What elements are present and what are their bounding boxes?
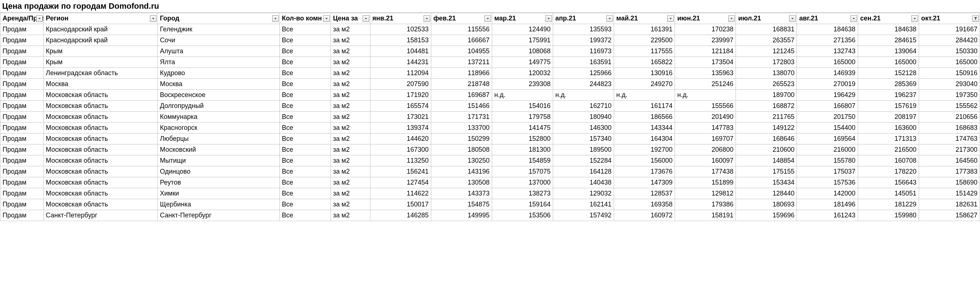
cell-value[interactable]: 173021 xyxy=(370,111,431,122)
cell-value[interactable]: 137211 xyxy=(431,57,492,68)
cell-value[interactable]: 157536 xyxy=(797,177,858,188)
cell-value[interactable]: 168872 xyxy=(736,101,797,111)
cell-value[interactable]: 102533 xyxy=(370,24,431,35)
cell-value[interactable]: 163600 xyxy=(858,122,919,133)
col-month-4[interactable]: май.21 xyxy=(614,13,675,24)
cell-value[interactable]: 129812 xyxy=(675,188,736,199)
col-month-4-filter[interactable] xyxy=(667,15,674,22)
cell-region[interactable]: Московская область xyxy=(43,188,158,199)
cell-value[interactable]: 166807 xyxy=(797,101,858,111)
col-city[interactable]: Город xyxy=(158,13,280,24)
cell-region[interactable]: Московская область xyxy=(43,90,158,101)
cell-value[interactable]: 129032 xyxy=(553,188,614,199)
col-month-0[interactable]: янв.21 xyxy=(370,13,431,24)
cell-value[interactable]: 177438 xyxy=(675,166,736,177)
cell-value[interactable]: 170238 xyxy=(675,24,736,35)
cell-rooms[interactable]: Все xyxy=(280,156,331,166)
cell-value[interactable]: 146939 xyxy=(797,68,858,79)
cell-value[interactable]: 145051 xyxy=(858,188,919,199)
cell-value[interactable]: 154859 xyxy=(492,156,553,166)
cell-value[interactable]: 201490 xyxy=(675,111,736,122)
cell-value[interactable]: 206800 xyxy=(675,145,736,156)
cell-value[interactable]: 135593 xyxy=(553,24,614,35)
cell-city[interactable]: Мытищи xyxy=(158,156,280,166)
cell-value[interactable]: 155562 xyxy=(919,101,980,111)
cell-value[interactable]: 149122 xyxy=(736,122,797,133)
cell-region[interactable]: Московская область xyxy=(43,166,158,177)
cell-value[interactable]: 153434 xyxy=(736,177,797,188)
cell-value[interactable]: 201750 xyxy=(797,111,858,122)
cell-city[interactable]: Геленджик xyxy=(158,24,280,35)
cell-value[interactable]: 165574 xyxy=(370,101,431,111)
cell-region[interactable]: Москва xyxy=(43,79,158,90)
cell-value[interactable]: 143373 xyxy=(431,188,492,199)
cell-type[interactable]: Продам xyxy=(0,166,44,177)
cell-value[interactable]: 144231 xyxy=(370,57,431,68)
cell-value[interactable]: 168646 xyxy=(736,133,797,145)
cell-value[interactable]: 158191 xyxy=(675,210,736,221)
cell-value[interactable]: 148854 xyxy=(736,156,797,166)
cell-value[interactable]: 197350 xyxy=(919,90,980,101)
cell-value[interactable]: 143344 xyxy=(614,122,675,133)
cell-value[interactable]: 156643 xyxy=(858,177,919,188)
cell-value[interactable]: 158153 xyxy=(370,35,431,46)
col-month-0-filter[interactable] xyxy=(423,15,430,22)
col-type[interactable]: Аренда/Прод xyxy=(0,13,44,24)
cell-value[interactable]: 179386 xyxy=(675,199,736,210)
cell-rooms[interactable]: Все xyxy=(280,79,331,90)
cell-value[interactable]: 143196 xyxy=(431,166,492,177)
cell-value[interactable]: 285369 xyxy=(858,79,919,90)
cell-type[interactable]: Продам xyxy=(0,68,44,79)
cell-value[interactable]: 165000 xyxy=(919,57,980,68)
cell-value[interactable]: 164560 xyxy=(919,156,980,166)
cell-value[interactable]: 162710 xyxy=(553,101,614,111)
cell-rooms[interactable]: Все xyxy=(280,177,331,188)
cell-value[interactable]: 108068 xyxy=(492,46,553,57)
cell-value[interactable]: 239997 xyxy=(675,35,736,46)
cell-value[interactable]: 150916 xyxy=(919,68,980,79)
cell-value[interactable]: 161174 xyxy=(614,101,675,111)
cell-value[interactable]: 147309 xyxy=(614,177,675,188)
cell-value[interactable]: 113250 xyxy=(370,156,431,166)
cell-value[interactable]: 239308 xyxy=(492,79,553,90)
cell-value[interactable]: 218748 xyxy=(431,79,492,90)
cell-region[interactable]: Московская область xyxy=(43,177,158,188)
cell-value[interactable]: 164128 xyxy=(553,166,614,177)
col-region[interactable]: Регион xyxy=(43,13,158,24)
cell-rooms[interactable]: Все xyxy=(280,68,331,79)
cell-value[interactable]: 149775 xyxy=(492,57,553,68)
cell-value[interactable]: 151899 xyxy=(675,177,736,188)
col-month-9-filter[interactable] xyxy=(972,15,979,22)
cell-value[interactable]: 177383 xyxy=(919,166,980,177)
cell-type[interactable]: Продам xyxy=(0,188,44,199)
cell-value[interactable]: 172803 xyxy=(736,57,797,68)
col-region-filter[interactable] xyxy=(150,15,156,22)
cell-city[interactable]: Коммунарка xyxy=(158,111,280,122)
cell-value[interactable]: 181229 xyxy=(858,199,919,210)
cell-city[interactable]: Одинцово xyxy=(158,166,280,177)
cell-value[interactable]: 121245 xyxy=(736,46,797,57)
cell-type[interactable]: Продам xyxy=(0,79,44,90)
cell-per[interactable]: за м2 xyxy=(331,156,370,166)
cell-type[interactable]: Продам xyxy=(0,133,44,145)
cell-value[interactable]: 229500 xyxy=(614,35,675,46)
col-month-2-filter[interactable] xyxy=(546,15,552,22)
cell-value[interactable]: 152284 xyxy=(553,156,614,166)
cell-value[interactable]: 115556 xyxy=(431,24,492,35)
col-month-3[interactable]: апр.21 xyxy=(553,13,614,24)
cell-value[interactable]: 171313 xyxy=(858,133,919,145)
cell-value[interactable]: 181300 xyxy=(492,145,553,156)
cell-region[interactable]: Московская область xyxy=(43,122,158,133)
cell-per[interactable]: за м2 xyxy=(331,90,370,101)
cell-value[interactable]: 165000 xyxy=(858,57,919,68)
col-per[interactable]: Цена за xyxy=(331,13,370,24)
cell-value[interactable]: 216500 xyxy=(858,145,919,156)
cell-value[interactable]: 139374 xyxy=(370,122,431,133)
col-city-filter[interactable] xyxy=(272,15,279,22)
cell-value[interactable]: 133700 xyxy=(431,122,492,133)
cell-value[interactable]: 154016 xyxy=(492,101,553,111)
cell-region[interactable]: Московская область xyxy=(43,156,158,166)
cell-per[interactable]: за м2 xyxy=(331,122,370,133)
cell-value[interactable]: 169358 xyxy=(614,199,675,210)
cell-type[interactable]: Продам xyxy=(0,101,44,111)
